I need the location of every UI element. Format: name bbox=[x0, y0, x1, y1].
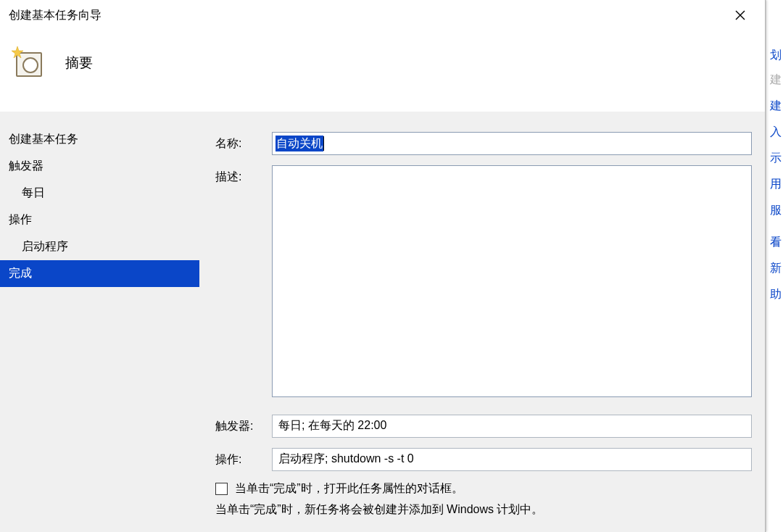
bg-frag[interactable]: 助 bbox=[770, 287, 782, 302]
text-caret bbox=[323, 136, 324, 151]
bg-frag[interactable]: 服 bbox=[770, 203, 782, 218]
action-value[interactable]: 启动程序; shutdown -s -t 0 bbox=[272, 448, 752, 471]
bg-frag[interactable]: 入 bbox=[770, 125, 782, 140]
page-title: 摘要 bbox=[65, 48, 93, 72]
sidebar-step-trigger[interactable]: 触发器 bbox=[0, 153, 199, 180]
trigger-value[interactable]: 每日; 在每天的 22:00 bbox=[272, 415, 752, 438]
close-button[interactable] bbox=[724, 4, 756, 27]
background-actions-strip: 划 建 建 入 示 用 服 看 新 助 bbox=[766, 0, 783, 532]
bg-frag[interactable]: 示 bbox=[770, 151, 782, 166]
name-label: 名称: bbox=[215, 132, 272, 151]
wizard-header: 摘要 bbox=[0, 30, 765, 112]
window-title: 创建基本任务向导 bbox=[9, 8, 102, 23]
name-input-value: 自动关机 bbox=[276, 136, 323, 151]
wizard-steps-sidebar: 创建基本任务 触发器 每日 操作 启动程序 完成 bbox=[0, 112, 199, 532]
open-properties-checkbox-row: 当单击“完成”时，打开此任务属性的对话框。 bbox=[215, 481, 752, 496]
trigger-label: 触发器: bbox=[215, 415, 272, 434]
summary-form: 名称: 自动关机 描述: 触发器: 每日; 在每天的 22:00 操作: 启动程… bbox=[199, 112, 765, 532]
sidebar-step-action[interactable]: 操作 bbox=[0, 207, 199, 233]
description-textarea[interactable] bbox=[272, 165, 752, 397]
open-properties-label: 当单击“完成”时，打开此任务属性的对话框。 bbox=[235, 481, 463, 496]
action-label: 操作: bbox=[215, 448, 272, 467]
open-properties-checkbox[interactable] bbox=[215, 483, 228, 495]
trigger-row: 触发器: 每日; 在每天的 22:00 bbox=[215, 415, 752, 438]
sidebar-step-create-task[interactable]: 创建基本任务 bbox=[0, 126, 199, 153]
sidebar-step-daily[interactable]: 每日 bbox=[0, 180, 199, 207]
sidebar-step-finish[interactable]: 完成 bbox=[0, 260, 199, 287]
wizard-dialog: 创建基本任务向导 摘要 创建基本任务 触发器 每日 操作 启动程序 完成 名称: bbox=[0, 0, 766, 532]
name-input[interactable]: 自动关机 bbox=[272, 132, 752, 155]
close-icon bbox=[735, 10, 745, 20]
task-scheduler-icon bbox=[13, 48, 44, 78]
description-row: 描述: bbox=[215, 165, 752, 397]
name-row: 名称: 自动关机 bbox=[215, 132, 752, 155]
content-area: 创建基本任务 触发器 每日 操作 启动程序 完成 名称: 自动关机 描述: 触发… bbox=[0, 112, 765, 532]
bg-frag[interactable]: 划 bbox=[770, 48, 782, 63]
bg-frag[interactable]: 建 bbox=[770, 99, 782, 114]
action-row: 操作: 启动程序; shutdown -s -t 0 bbox=[215, 448, 752, 471]
svg-marker-2 bbox=[12, 46, 23, 58]
bg-frag[interactable]: 新 bbox=[770, 261, 782, 276]
bg-frag[interactable]: 看 bbox=[770, 235, 782, 250]
bg-frag: 建 bbox=[770, 72, 782, 88]
bg-frag[interactable]: 用 bbox=[770, 177, 782, 192]
finish-hint-text: 当单击“完成”时，新任务将会被创建并添加到 Windows 计划中。 bbox=[215, 502, 752, 518]
sidebar-step-start-program[interactable]: 启动程序 bbox=[0, 233, 199, 260]
titlebar: 创建基本任务向导 bbox=[0, 0, 765, 30]
description-label: 描述: bbox=[215, 165, 272, 185]
